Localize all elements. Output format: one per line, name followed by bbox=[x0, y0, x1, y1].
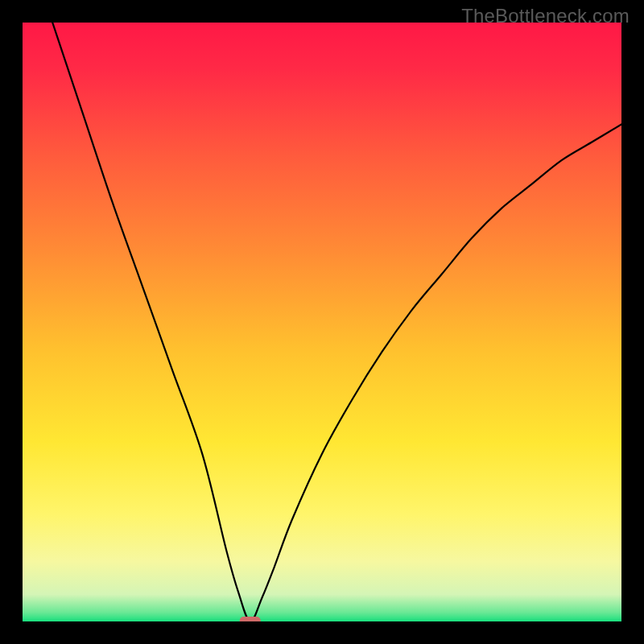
attribution-watermark: TheBottleneck.com bbox=[461, 5, 630, 27]
gradient-background bbox=[23, 23, 621, 621]
plot-area bbox=[23, 23, 621, 621]
chart-frame: { "watermark": "TheBottleneck.com", "cha… bbox=[0, 0, 644, 644]
chart-svg bbox=[23, 23, 621, 621]
minimum-marker bbox=[240, 617, 261, 621]
